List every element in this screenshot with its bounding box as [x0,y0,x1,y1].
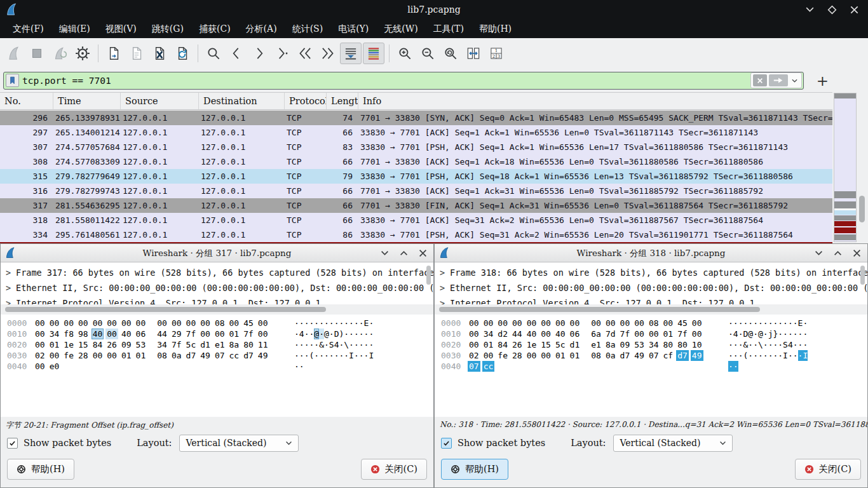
tree-row-1[interactable]: >Ethernet II, Src: 00:00:00_00:00:00 (00… [1,280,433,295]
hex-byte[interactable]: d1 [199,339,212,350]
hex-byte[interactable]: 7f [242,329,255,339]
packet-list-scrollbar[interactable] [859,93,865,242]
menu-item-tools[interactable]: 工具(T) [426,19,471,38]
hex-byte[interactable]: 00 [34,318,46,329]
hex-byte[interactable]: 00 [105,329,118,339]
hex-byte[interactable]: 00 [48,318,61,329]
hex-byte[interactable]: 08 [590,350,602,361]
go-forward-icon[interactable] [248,43,270,64]
colorize-icon[interactable] [363,43,384,64]
expander-chevron-icon[interactable]: > [440,265,450,280]
ascii-char[interactable]: · [733,361,738,372]
column-header-protocol[interactable]: Protocol [285,93,327,109]
hex-byte[interactable]: 45 [676,318,689,329]
ascii-char[interactable]: · [733,350,738,361]
hex-byte[interactable]: 00 [648,329,660,339]
horizontal-scrollbar-handle[interactable] [5,307,326,312]
hex-byte[interactable]: 00 [482,318,495,329]
ascii-char[interactable]: · [369,318,374,329]
hex-byte[interactable]: 00 [590,318,602,329]
hex-byte[interactable]: 00 [92,350,104,361]
ascii-char[interactable]: · [753,350,758,361]
ascii-char[interactable]: · [319,329,324,339]
ascii-char[interactable]: · [294,361,299,372]
hex-byte[interactable]: 11 [257,339,269,350]
hex-byte[interactable]: 34 [48,329,61,339]
detail-close-button[interactable] [853,249,861,257]
hex-byte[interactable]: 49 [633,350,646,361]
ascii-char[interactable]: · [773,318,778,329]
ascii-char[interactable]: · [788,329,793,339]
ascii-char[interactable]: · [309,318,314,329]
hex-byte[interactable]: 00 [48,350,61,361]
packet-row-297[interactable]: 297265.134001214127.0.0.1127.0.0.1TCP663… [0,125,832,140]
show-packet-bytes-checkbox[interactable] [441,438,452,449]
ascii-char[interactable]: · [349,318,354,329]
column-header-info[interactable]: Info [358,93,832,109]
hex-byte[interactable]: 40 [554,329,567,339]
hex-byte[interactable]: 28 [511,350,524,361]
hex-byte[interactable]: 53 [633,339,646,350]
ascii-char[interactable]: I [783,350,788,361]
hex-byte[interactable]: 00 [619,318,632,329]
ascii-char[interactable]: · [324,350,329,361]
ascii-char[interactable]: · [778,329,783,339]
detail-minimize-button[interactable] [381,249,389,257]
hex-byte[interactable]: 09 [120,339,133,350]
ascii-char[interactable]: · [778,350,783,361]
ascii-char[interactable]: · [299,361,304,372]
hex-byte[interactable]: 00 [539,329,552,339]
ascii-char[interactable]: · [329,329,334,339]
hex-byte[interactable]: cf [662,350,675,361]
ascii-char[interactable]: · [788,350,793,361]
hex-byte[interactable]: 01 [135,350,147,361]
hex-byte[interactable]: 01 [569,350,581,361]
tree-row-2[interactable]: >Internet Protocol Version 4, Src: 127.0… [1,295,433,304]
ascii-char[interactable]: · [758,318,763,329]
ascii-char[interactable]: · [778,318,783,329]
hex-byte[interactable]: 01 [48,339,61,350]
ascii-char[interactable]: · [798,350,803,361]
tree-scrollbar-handle[interactable] [426,266,431,285]
save-file-icon[interactable] [126,43,147,64]
hex-byte[interactable]: 49 [199,350,212,361]
tree-row-0[interactable]: >Frame 318: 66 bytes on wire (528 bits),… [435,265,867,280]
ascii-char[interactable]: · [369,329,374,339]
ascii-char[interactable]: · [778,339,783,350]
filter-add-button[interactable]: + [817,74,829,87]
hex-byte[interactable]: 5c [554,339,567,350]
hex-byte[interactable]: 00 [691,318,703,329]
ascii-char[interactable]: · [354,329,359,339]
ascii-char[interactable]: · [309,339,314,350]
hex-byte[interactable]: 01 [228,329,241,339]
hex-byte[interactable]: 00 [691,329,703,339]
ascii-char[interactable]: · [733,339,738,350]
hex-byte[interactable]: 80 [676,339,689,350]
hex-byte[interactable]: 00 [604,318,617,329]
hex-byte[interactable]: 49 [691,350,703,361]
menu-item-wireless[interactable]: 无线(W) [376,19,425,38]
hex-byte[interactable]: 10 [691,339,703,350]
ascii-char[interactable]: · [364,339,369,350]
ascii-char[interactable]: · [354,350,359,361]
go-back-icon[interactable] [226,43,247,64]
go-first-icon[interactable] [294,43,316,64]
ascii-char[interactable]: · [763,339,768,350]
ascii-char[interactable]: · [763,350,768,361]
ascii-char[interactable]: · [314,318,319,329]
display-filter-input[interactable]: tcp.port == 7701 [3,72,804,90]
ascii-char[interactable]: · [733,318,738,329]
ascii-char[interactable]: · [768,318,773,329]
packet-row-318[interactable]: 318281.558011422127.0.0.1127.0.0.1TCP663… [0,213,832,227]
ascii-char[interactable]: 4 [788,339,793,350]
close-dialog-button[interactable]: 关闭(C) [795,459,861,480]
ascii-char[interactable]: · [758,350,763,361]
horizontal-scrollbar-handle[interactable] [439,307,760,312]
expander-chevron-icon[interactable]: > [440,295,450,304]
ascii-char[interactable]: · [753,339,758,350]
hex-byte[interactable]: 00 [62,318,75,329]
hex-byte[interactable]: 7d [604,329,617,339]
hex-byte[interactable]: 26 [105,339,118,350]
packet-row-315[interactable]: 315279.782779649127.0.0.1127.0.0.1TCP793… [0,169,832,184]
packet-row-307[interactable]: 307274.577057684127.0.0.1127.0.0.1TCP833… [0,140,832,154]
